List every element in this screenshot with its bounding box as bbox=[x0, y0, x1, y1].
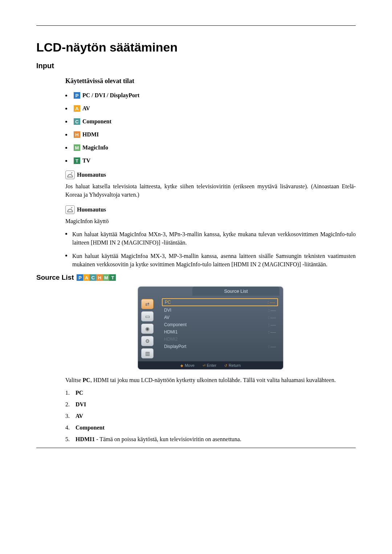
osd-row-hdmi2: HDMI2 bbox=[162, 336, 278, 342]
enter-icon: ⏎ bbox=[203, 364, 205, 368]
mode-item-component: C Component bbox=[65, 118, 356, 125]
osd-item-value: : ---- bbox=[268, 315, 276, 320]
osd-item-value: : ---- bbox=[268, 323, 276, 327]
osd-footer: ◆Move ⏎Enter ↺Return bbox=[138, 361, 283, 369]
osd-sidebar: ⇄ ▭ ◉ ⚙ ▥ bbox=[138, 296, 157, 361]
c-icon: C bbox=[90, 274, 96, 281]
source-list-paragraph: Valitse PC, HDMI tai joku muu LCD-näyttö… bbox=[65, 376, 356, 384]
p-icon: P bbox=[77, 274, 83, 281]
mode-item-magicinfo: M MagicInfo bbox=[65, 144, 356, 151]
list-text: Kun haluat käyttää MagicInfoa MXn-3, MPn… bbox=[72, 230, 356, 247]
mode-item-pc: P PC / DVI / DisplayPort bbox=[65, 92, 356, 99]
mode-item-tv: T TV bbox=[65, 157, 356, 164]
osd-side-icon-multi: ▥ bbox=[141, 348, 154, 358]
m-icon: M bbox=[103, 274, 109, 281]
osd-header: Source List bbox=[192, 287, 279, 296]
osd-row-dvi: DVI : ---- bbox=[162, 307, 278, 313]
list-item: 1. PC bbox=[65, 390, 356, 396]
diamond-icon: ◆ bbox=[180, 364, 183, 368]
note2-intro: MagicInfon käyttö bbox=[65, 217, 356, 225]
list-bullet bbox=[65, 134, 67, 136]
osd-main: PC : ---- DVI : ---- AV : ---- Component… bbox=[157, 296, 283, 361]
top-rule bbox=[36, 25, 356, 26]
list-item: 2. DVI bbox=[65, 401, 356, 408]
note1-text: Jos haluat katsella televisiota laittees… bbox=[65, 182, 356, 199]
section-input-heading: Input bbox=[36, 62, 356, 70]
list-bullet bbox=[65, 108, 67, 110]
mode-item-hdmi: H HDMI bbox=[65, 131, 356, 138]
osd-side-icon-picture: ▭ bbox=[141, 311, 154, 321]
source-numbered-list: 1. PC 2. DVI 3. AV 4. Component 5. HDMI1… bbox=[65, 390, 356, 443]
note-row: Huomautus bbox=[65, 171, 356, 179]
mode-label: PC / DVI / DisplayPort bbox=[82, 92, 139, 99]
a-icon: A bbox=[74, 105, 80, 112]
osd-item-value: : ---- bbox=[268, 330, 276, 334]
m-icon: M bbox=[74, 144, 80, 151]
list-item: 3. AV bbox=[65, 413, 356, 419]
osd-row-hdmi1: HDMI1 : ---- bbox=[162, 329, 278, 335]
osd-item-name: Component bbox=[164, 322, 187, 327]
mode-item-av: A AV bbox=[65, 105, 356, 112]
list-bullet bbox=[65, 147, 67, 149]
list-number: 2. bbox=[65, 401, 75, 408]
mode-label: HDMI bbox=[82, 131, 99, 138]
t-icon: T bbox=[109, 274, 116, 281]
osd-item-name: PC bbox=[165, 300, 171, 305]
list-item: 4. Component bbox=[65, 424, 356, 431]
osd-footer-return: ↺Return bbox=[224, 363, 241, 368]
osd-item-name: HDMI1 bbox=[164, 329, 177, 335]
note-label: Huomautus bbox=[77, 172, 106, 178]
list-bullet bbox=[65, 160, 67, 162]
osd-side-icon-sound: ◉ bbox=[141, 324, 154, 334]
list-bold: HDMI1 bbox=[75, 436, 95, 443]
osd-footer-move: ◆Move bbox=[180, 363, 195, 368]
source-list-title: Source List bbox=[36, 274, 74, 282]
mode-label: MagicInfo bbox=[82, 144, 108, 151]
osd-side-icon-input: ⇄ bbox=[141, 299, 154, 309]
note-row: Huomautus bbox=[65, 205, 356, 214]
text-post: , HDMI tai joku muu LCD-näyttöön kytkett… bbox=[90, 377, 336, 383]
list-number: 5. bbox=[65, 436, 75, 443]
osd-panel: Source List ⇄ ▭ ◉ ⚙ ▥ PC : ---- DVI bbox=[138, 287, 283, 369]
list-bold: Component bbox=[75, 424, 105, 431]
available-modes-heading: Käytettävissä olevat tilat bbox=[65, 77, 356, 85]
list-bold: AV bbox=[75, 413, 83, 419]
list-rest: - Tämä on poissa käytöstä, kun televisio… bbox=[96, 436, 241, 443]
list-bullet bbox=[65, 255, 67, 257]
osd-item-value: : ---- bbox=[268, 344, 276, 349]
list-item: Kun haluat käyttää MagicInfoa MXn-3, MPn… bbox=[65, 230, 356, 247]
osd-row-component: Component : ---- bbox=[162, 321, 278, 328]
note2-list: Kun haluat käyttää MagicInfoa MXn-3, MPn… bbox=[65, 230, 356, 269]
list-item: 5. HDMI1 - Tämä on poissa käytöstä, kun … bbox=[65, 436, 356, 443]
mode-label: Component bbox=[82, 118, 111, 125]
osd-body: ⇄ ▭ ◉ ⚙ ▥ PC : ---- DVI : ---- bbox=[138, 296, 283, 361]
list-bold: PC bbox=[75, 390, 83, 396]
list-bullet bbox=[65, 233, 67, 235]
osd-row-pc: PC : ---- bbox=[162, 298, 278, 306]
osd-item-name: DVI bbox=[164, 308, 171, 313]
source-list-heading-row: Source List P A C H M T bbox=[36, 274, 356, 282]
a-icon: A bbox=[83, 274, 90, 281]
return-icon: ↺ bbox=[224, 364, 227, 368]
osd-item-value: : ---- bbox=[268, 300, 275, 304]
c-icon: C bbox=[74, 118, 80, 125]
note-label: Huomautus bbox=[77, 206, 106, 213]
list-item: Kun haluat käyttää MagicInfoa MX-3, MP-3… bbox=[65, 252, 356, 268]
h-icon: H bbox=[96, 274, 103, 281]
osd-row-displayport: DisplayPort : ---- bbox=[162, 343, 278, 350]
osd-item-value: : ---- bbox=[268, 308, 276, 312]
mode-label: TV bbox=[82, 157, 90, 164]
bottom-rule bbox=[36, 448, 356, 448]
list-number: 4. bbox=[65, 424, 75, 431]
mode-list: P PC / DVI / DisplayPort A AV C Componen… bbox=[65, 92, 356, 164]
icon-strip: P A C H M T bbox=[77, 274, 116, 281]
note-icon bbox=[65, 171, 75, 179]
mode-label: AV bbox=[82, 105, 90, 112]
osd-row-av: AV : ---- bbox=[162, 314, 278, 321]
list-bold: DVI bbox=[75, 401, 86, 408]
osd-item-name: AV bbox=[164, 315, 170, 320]
osd-item-name: DisplayPort bbox=[164, 344, 186, 349]
list-number: 1. bbox=[65, 390, 75, 396]
list-number: 3. bbox=[65, 413, 75, 419]
osd-screenshot: Source List ⇄ ▭ ◉ ⚙ ▥ PC : ---- DVI bbox=[65, 287, 356, 369]
